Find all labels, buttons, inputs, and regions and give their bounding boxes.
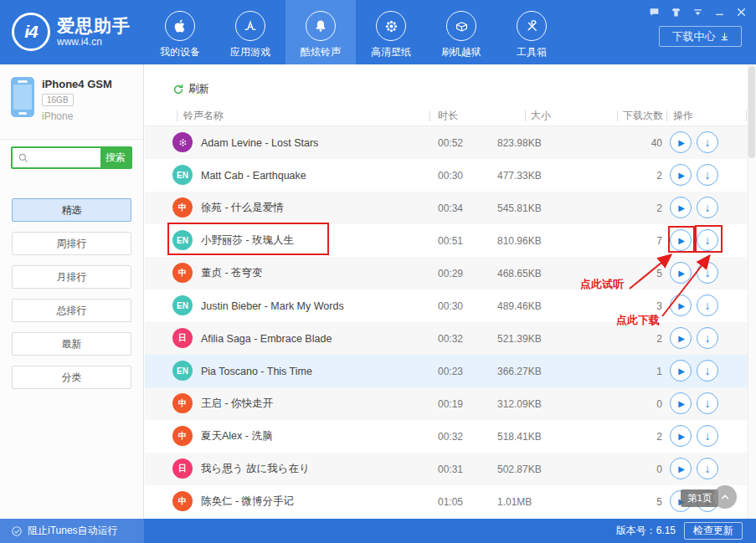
- play-button[interactable]: ▶: [670, 392, 692, 414]
- sidebar-item-4[interactable]: 总排行: [12, 299, 131, 322]
- search-input[interactable]: [29, 148, 100, 167]
- status-bar: 阻止iTunes自动运行 版本号：6.15 检查更新: [0, 519, 756, 543]
- feedback-icon[interactable]: [648, 6, 661, 18]
- cn-icon: 中: [172, 426, 193, 446]
- col-header-name: 铃声名称: [183, 109, 224, 123]
- table-row[interactable]: EN小野丽莎 - 玫瑰人生00:51810.96KB7▶↓: [145, 224, 748, 257]
- play-button[interactable]: ▶: [670, 327, 692, 349]
- search-box: 搜索: [11, 146, 132, 169]
- col-header-downloads: 下载次数: [623, 109, 663, 123]
- nav-tab-6[interactable]: 工具箱: [496, 0, 567, 64]
- table-row[interactable]: 日Afilia Saga - Embrace Blade00:32521.39K…: [145, 322, 748, 355]
- ringtone-duration: 00:52: [438, 126, 463, 159]
- scrollbar[interactable]: [748, 64, 756, 519]
- play-button[interactable]: ▶: [670, 295, 692, 316]
- back-to-top-button[interactable]: [713, 485, 737, 509]
- play-button[interactable]: ▶: [670, 229, 692, 251]
- nav-tab-3[interactable]: 酷炫铃声: [285, 0, 356, 64]
- i4-logo-icon: i4: [12, 13, 50, 51]
- ringtone-name: 夏天Alex - 洗脑: [201, 420, 272, 453]
- play-button[interactable]: ▶: [670, 164, 692, 186]
- col-header-duration: 时长: [438, 109, 458, 123]
- table-row[interactable]: 中徐苑 - 什么是爱情00:34545.81KB2▶↓: [145, 192, 748, 224]
- sidebar-item-5[interactable]: 最新: [12, 332, 131, 356]
- ringtone-duration: 00:32: [438, 322, 463, 355]
- sidebar-item-1[interactable]: 精选: [12, 198, 131, 222]
- device-capacity-badge: 16GB: [42, 94, 74, 106]
- download-button[interactable]: ↓: [697, 360, 718, 382]
- table-row[interactable]: 中陈奂仁 - 微博分手记01:051.01MB5▶↓: [145, 485, 748, 518]
- ringtone-downloads: 0: [609, 453, 662, 485]
- col-header-size: 大小: [531, 109, 551, 123]
- download-center-label: 下载中心: [672, 29, 716, 44]
- cn-icon: 中: [172, 197, 193, 218]
- block-itunes-toggle[interactable]: 阻止iTunes自动运行: [0, 519, 144, 543]
- ringtone-duration: 00:19: [438, 387, 463, 420]
- download-button[interactable]: ↓: [697, 164, 718, 186]
- table-row[interactable]: ENMatt Cab - Earthquake00:30477.33KB2▶↓: [145, 159, 748, 192]
- search-button[interactable]: 搜索: [100, 148, 131, 167]
- play-button[interactable]: ▶: [670, 262, 692, 284]
- download-button[interactable]: ↓: [697, 392, 718, 414]
- device-name: iPhone4 GSM: [42, 78, 112, 90]
- table-row[interactable]: 中王启 - 你快走开00:19312.09KB0▶↓: [145, 387, 748, 420]
- sidebar-item-2[interactable]: 周排行: [12, 232, 131, 255]
- ringtone-downloads: 1: [609, 355, 662, 387]
- play-button[interactable]: ▶: [670, 197, 692, 218]
- download-button[interactable]: ↓: [697, 295, 718, 316]
- ringtone-duration: 00:29: [438, 257, 463, 289]
- skin-icon[interactable]: [670, 6, 682, 18]
- download-button[interactable]: ↓: [697, 425, 718, 447]
- ringtone-name: Pia Toscano - This Time: [201, 355, 312, 387]
- table-row[interactable]: Adam Levine - Lost Stars00:52823.98KB40▶…: [145, 126, 748, 159]
- tools-icon: [517, 11, 547, 41]
- nav-tab-label: 应用游戏: [230, 45, 270, 59]
- ringtone-duration: 00:31: [438, 453, 463, 485]
- nav-tab-2[interactable]: 应用游戏: [215, 0, 285, 64]
- ringtone-downloads: 5: [609, 257, 662, 289]
- check-update-button[interactable]: 检查更新: [684, 522, 743, 540]
- play-button[interactable]: ▶: [670, 131, 692, 153]
- ringtone-size: 521.39KB: [497, 322, 542, 355]
- minimize-icon[interactable]: [713, 6, 726, 18]
- table-row[interactable]: 日我ら思う 故に我ら在り00:31502.87KB0▶↓: [145, 453, 748, 485]
- ringtone-downloads: 40: [609, 126, 662, 159]
- top-bar: i4 爱思助手 www.i4.cn 我的设备应用游戏酷炫铃声高清壁纸刷机越狱工具…: [0, 0, 756, 64]
- hot-icon: [172, 132, 193, 152]
- flower-icon: [376, 11, 406, 41]
- device-model: iPhone: [42, 110, 73, 122]
- download-button[interactable]: ↓: [697, 262, 718, 284]
- play-button[interactable]: ▶: [670, 360, 692, 382]
- ringtone-downloads: 0: [609, 387, 662, 420]
- sidebar-item-6[interactable]: 分类: [12, 366, 131, 389]
- download-center-button[interactable]: 下载中心: [659, 26, 742, 47]
- ringtone-size: 810.96KB: [497, 224, 542, 257]
- sidebar-item-3[interactable]: 月排行: [12, 265, 131, 289]
- table-row[interactable]: ENPia Toscano - This Time00:23366.27KB1▶…: [145, 355, 748, 387]
- table-row[interactable]: 中夏天Alex - 洗脑00:32518.41KB2▶↓: [145, 420, 748, 453]
- download-button[interactable]: ↓: [697, 131, 718, 153]
- ringtone-duration: 00:23: [438, 355, 463, 387]
- play-button[interactable]: ▶: [670, 425, 692, 447]
- refresh-label: 刷新: [188, 82, 209, 96]
- nav-tab-label: 工具箱: [517, 45, 547, 59]
- ringtone-downloads: 2: [609, 192, 662, 224]
- download-button[interactable]: ↓: [697, 197, 718, 218]
- refresh-button[interactable]: 刷新: [172, 82, 209, 96]
- scrollbar-thumb[interactable]: [748, 66, 755, 158]
- nav-tab-5[interactable]: 刷机越狱: [426, 0, 496, 64]
- nav-tab-1[interactable]: 我的设备: [145, 0, 215, 64]
- search-icon: [18, 152, 29, 164]
- close-icon[interactable]: [735, 6, 748, 18]
- nav-tab-4[interactable]: 高清壁纸: [356, 0, 426, 64]
- table-row[interactable]: 中董贞 - 苍穹变00:29468.65KB5▶↓: [145, 257, 748, 289]
- ringtone-size: 489.46KB: [497, 289, 542, 322]
- menu-icon[interactable]: [692, 6, 704, 18]
- play-button[interactable]: ▶: [670, 458, 692, 479]
- nav-tab-label: 高清壁纸: [371, 45, 411, 59]
- download-button[interactable]: ↓: [697, 458, 718, 479]
- ringtone-name: Adam Levine - Lost Stars: [201, 126, 318, 159]
- download-button[interactable]: ↓: [697, 327, 718, 349]
- download-button[interactable]: ↓: [697, 229, 718, 251]
- table-row[interactable]: ENJustin Bieber - Mark My Words00:30489.…: [145, 289, 748, 322]
